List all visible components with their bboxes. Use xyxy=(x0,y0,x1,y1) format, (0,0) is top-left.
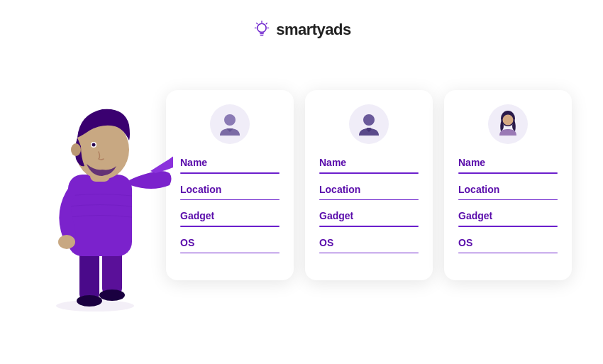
card-3-name-line xyxy=(458,172,558,174)
avatar-2 xyxy=(349,104,389,144)
bulb-icon xyxy=(252,20,272,40)
card-2-gadget-label: Gadget xyxy=(319,210,419,221)
svg-point-10 xyxy=(99,289,125,301)
card-1-os-line xyxy=(180,253,280,254)
card-2-os-label: OS xyxy=(319,237,419,248)
card-3-gadget-line xyxy=(458,226,558,227)
card-1-name-field: Name xyxy=(180,157,280,174)
svg-point-23 xyxy=(503,115,514,126)
card-3-location-field: Location xyxy=(458,184,558,201)
card-2-location-field: Location xyxy=(319,184,419,201)
svg-point-9 xyxy=(77,295,102,307)
main-content: Name Location Gadget OS xyxy=(0,54,603,316)
card-2-gadget-field: Gadget xyxy=(319,210,419,227)
profile-card-1: Name Location Gadget OS xyxy=(166,90,294,280)
card-2-gadget-line xyxy=(319,226,419,227)
svg-line-2 xyxy=(257,23,258,23)
card-1-location-field: Location xyxy=(180,184,280,201)
logo-text: smartyads xyxy=(276,21,351,39)
card-2-location-label: Location xyxy=(319,184,419,195)
svg-point-0 xyxy=(258,23,266,32)
svg-point-20 xyxy=(363,114,375,126)
card-1-os-field: OS xyxy=(180,237,280,254)
avatar-3 xyxy=(488,104,528,144)
card-3-gadget-label: Gadget xyxy=(458,210,558,221)
card-3-os-field: OS xyxy=(458,237,558,254)
card-2-name-label: Name xyxy=(319,157,419,168)
card-1-gadget-field: Gadget xyxy=(180,210,280,227)
card-2-name-field: Name xyxy=(319,157,419,174)
svg-point-19 xyxy=(224,114,236,126)
card-3-gadget-field: Gadget xyxy=(458,210,558,227)
card-2-name-line xyxy=(319,172,419,174)
card-3-os-line xyxy=(458,253,558,254)
svg-line-3 xyxy=(266,23,267,23)
profile-card-3: Name Location Gadget OS xyxy=(444,90,572,280)
svg-rect-21 xyxy=(367,128,371,130)
logo: smartyads xyxy=(252,20,351,40)
card-1-name-line xyxy=(180,172,280,174)
svg-point-12 xyxy=(58,235,75,249)
card-3-name-field: Name xyxy=(458,157,558,174)
card-1-os-label: OS xyxy=(180,237,280,248)
card-3-os-label: OS xyxy=(458,237,558,248)
card-1-location-label: Location xyxy=(180,184,280,195)
svg-point-16 xyxy=(71,143,81,156)
illustration xyxy=(31,54,173,316)
card-1-location-line xyxy=(180,199,280,201)
profile-card-2: Name Location Gadget OS xyxy=(305,90,433,280)
card-3-name-label: Name xyxy=(458,157,558,168)
card-1-gadget-label: Gadget xyxy=(180,210,280,221)
svg-point-18 xyxy=(92,143,96,147)
card-1-gadget-line xyxy=(180,226,280,227)
avatar-1 xyxy=(210,104,250,144)
card-3-location-line xyxy=(458,199,558,201)
card-1-name-label: Name xyxy=(180,157,280,168)
card-3-location-label: Location xyxy=(458,184,558,195)
header: smartyads xyxy=(0,0,603,54)
card-2-os-field: OS xyxy=(319,237,419,254)
card-2-os-line xyxy=(319,253,419,254)
cards-container: Name Location Gadget OS xyxy=(166,90,572,280)
card-2-location-line xyxy=(319,199,419,201)
